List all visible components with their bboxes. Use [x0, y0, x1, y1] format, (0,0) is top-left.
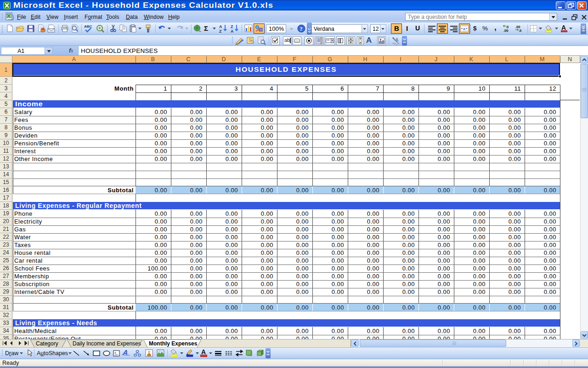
svg-text:ABC: ABC [84, 24, 92, 29]
svg-text:.0: .0 [519, 29, 521, 33]
svg-text:a: a [463, 27, 465, 31]
svg-text:A: A [231, 29, 234, 33]
svg-text:?: ? [300, 26, 303, 32]
svg-text:A: A [114, 351, 116, 354]
svg-text:Z: Z [219, 29, 222, 33]
svg-text:Z: Z [231, 24, 233, 29]
svg-text:A: A [219, 24, 222, 29]
svg-text:.00: .00 [503, 29, 508, 33]
